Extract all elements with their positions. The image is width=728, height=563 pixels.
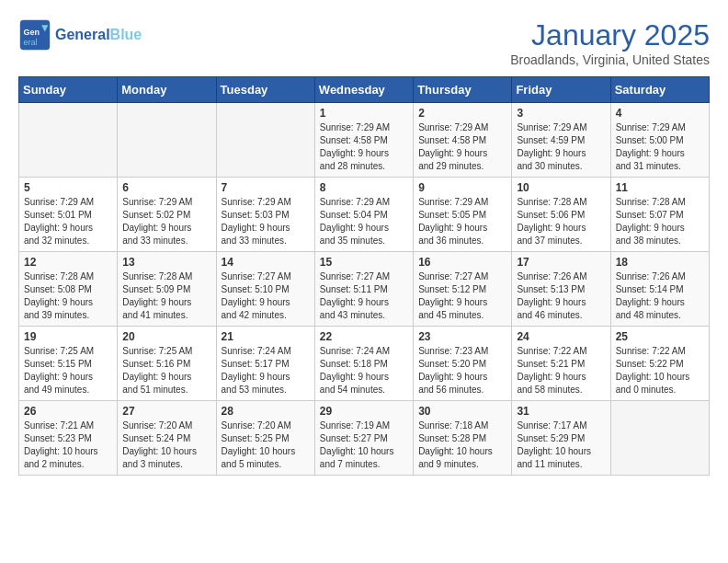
calendar-cell: 19Sunrise: 7:25 AM Sunset: 5:15 PM Dayli… [19, 327, 118, 401]
logo-text: GeneralBlue [55, 27, 142, 43]
day-number: 28 [222, 405, 310, 418]
day-number: 6 [122, 181, 210, 194]
calendar-cell: 1Sunrise: 7:29 AM Sunset: 4:58 PM Daylig… [314, 103, 413, 178]
page-header: Gen eral GeneralBlue January 2025 Broadl… [18, 18, 710, 67]
day-info: Sunrise: 7:24 AM Sunset: 5:17 PM Dayligh… [222, 345, 310, 396]
day-info: Sunrise: 7:29 AM Sunset: 4:58 PM Dayligh… [320, 121, 408, 173]
day-info: Sunrise: 7:26 AM Sunset: 5:14 PM Dayligh… [616, 270, 704, 322]
day-number: 3 [517, 107, 605, 120]
calendar-cell: 4Sunrise: 7:29 AM Sunset: 5:00 PM Daylig… [610, 103, 709, 178]
day-info: Sunrise: 7:19 AM Sunset: 5:27 PM Dayligh… [320, 419, 408, 471]
day-number: 19 [24, 330, 112, 343]
calendar-cell [19, 103, 118, 178]
day-info: Sunrise: 7:29 AM Sunset: 4:59 PM Dayligh… [517, 121, 605, 173]
day-info: Sunrise: 7:22 AM Sunset: 5:21 PM Dayligh… [517, 345, 605, 396]
day-number: 29 [320, 405, 408, 418]
calendar-cell: 3Sunrise: 7:29 AM Sunset: 4:59 PM Daylig… [512, 103, 610, 178]
calendar-cell: 23Sunrise: 7:23 AM Sunset: 5:20 PM Dayli… [414, 327, 512, 401]
day-info: Sunrise: 7:29 AM Sunset: 5:01 PM Dayligh… [24, 196, 112, 247]
col-header-saturday: Saturday [610, 77, 709, 103]
day-info: Sunrise: 7:18 AM Sunset: 5:28 PM Dayligh… [418, 419, 506, 471]
day-info: Sunrise: 7:27 AM Sunset: 5:10 PM Dayligh… [222, 270, 310, 322]
day-info: Sunrise: 7:28 AM Sunset: 5:07 PM Dayligh… [616, 196, 704, 247]
day-info: Sunrise: 7:29 AM Sunset: 5:05 PM Dayligh… [418, 196, 506, 247]
calendar-cell: 21Sunrise: 7:24 AM Sunset: 5:17 PM Dayli… [216, 327, 314, 401]
day-number: 13 [122, 256, 210, 269]
day-number: 25 [616, 330, 704, 343]
day-info: Sunrise: 7:29 AM Sunset: 5:00 PM Dayligh… [616, 121, 704, 173]
day-number: 14 [222, 256, 310, 269]
calendar-cell: 24Sunrise: 7:22 AM Sunset: 5:21 PM Dayli… [512, 327, 610, 401]
day-number: 15 [320, 256, 408, 269]
day-info: Sunrise: 7:22 AM Sunset: 5:22 PM Dayligh… [616, 345, 704, 396]
calendar-cell: 18Sunrise: 7:26 AM Sunset: 5:14 PM Dayli… [610, 252, 709, 327]
day-info: Sunrise: 7:24 AM Sunset: 5:18 PM Dayligh… [320, 345, 408, 396]
calendar-cell: 8Sunrise: 7:29 AM Sunset: 5:04 PM Daylig… [314, 178, 413, 252]
calendar-cell: 17Sunrise: 7:26 AM Sunset: 5:13 PM Dayli… [512, 252, 610, 327]
day-info: Sunrise: 7:29 AM Sunset: 5:03 PM Dayligh… [222, 196, 310, 247]
calendar-cell: 16Sunrise: 7:27 AM Sunset: 5:12 PM Dayli… [414, 252, 512, 327]
calendar-cell [610, 401, 709, 476]
calendar-cell: 30Sunrise: 7:18 AM Sunset: 5:28 PM Dayli… [414, 401, 512, 476]
svg-text:Gen: Gen [23, 28, 40, 37]
day-info: Sunrise: 7:25 AM Sunset: 5:16 PM Dayligh… [122, 345, 210, 396]
calendar-cell: 20Sunrise: 7:25 AM Sunset: 5:16 PM Dayli… [118, 327, 216, 401]
day-number: 11 [616, 181, 704, 194]
day-info: Sunrise: 7:21 AM Sunset: 5:23 PM Dayligh… [24, 419, 112, 471]
calendar-cell: 29Sunrise: 7:19 AM Sunset: 5:27 PM Dayli… [314, 401, 413, 476]
day-number: 4 [616, 107, 704, 120]
day-info: Sunrise: 7:27 AM Sunset: 5:12 PM Dayligh… [418, 270, 506, 322]
calendar-cell: 2Sunrise: 7:29 AM Sunset: 4:58 PM Daylig… [414, 103, 512, 178]
calendar-cell: 28Sunrise: 7:20 AM Sunset: 5:25 PM Dayli… [216, 401, 314, 476]
calendar-cell: 10Sunrise: 7:28 AM Sunset: 5:06 PM Dayli… [512, 178, 610, 252]
col-header-tuesday: Tuesday [216, 77, 314, 103]
col-header-wednesday: Wednesday [314, 77, 413, 103]
day-number: 18 [616, 256, 704, 269]
col-header-thursday: Thursday [414, 77, 512, 103]
calendar-cell: 12Sunrise: 7:28 AM Sunset: 5:08 PM Dayli… [19, 252, 118, 327]
day-info: Sunrise: 7:17 AM Sunset: 5:29 PM Dayligh… [517, 419, 605, 471]
day-info: Sunrise: 7:27 AM Sunset: 5:11 PM Dayligh… [320, 270, 408, 322]
day-number: 12 [24, 256, 112, 269]
day-number: 26 [24, 405, 112, 418]
day-number: 27 [122, 405, 210, 418]
svg-text:eral: eral [23, 38, 37, 47]
day-number: 21 [222, 330, 310, 343]
day-number: 24 [517, 330, 605, 343]
calendar-cell: 27Sunrise: 7:20 AM Sunset: 5:24 PM Dayli… [118, 401, 216, 476]
calendar-cell: 9Sunrise: 7:29 AM Sunset: 5:05 PM Daylig… [414, 178, 512, 252]
calendar-cell: 14Sunrise: 7:27 AM Sunset: 5:10 PM Dayli… [216, 252, 314, 327]
day-number: 2 [418, 107, 506, 120]
day-info: Sunrise: 7:29 AM Sunset: 4:58 PM Dayligh… [418, 121, 506, 173]
calendar-cell: 6Sunrise: 7:29 AM Sunset: 5:02 PM Daylig… [118, 178, 216, 252]
col-header-sunday: Sunday [19, 77, 118, 103]
calendar-cell [118, 103, 216, 178]
calendar-cell [216, 103, 314, 178]
day-number: 5 [24, 181, 112, 194]
day-info: Sunrise: 7:25 AM Sunset: 5:15 PM Dayligh… [24, 345, 112, 396]
day-number: 22 [320, 330, 408, 343]
day-info: Sunrise: 7:28 AM Sunset: 5:08 PM Dayligh… [24, 270, 112, 322]
calendar-cell: 26Sunrise: 7:21 AM Sunset: 5:23 PM Dayli… [19, 401, 118, 476]
calendar-cell: 25Sunrise: 7:22 AM Sunset: 5:22 PM Dayli… [610, 327, 709, 401]
day-number: 9 [418, 181, 506, 194]
day-number: 17 [517, 256, 605, 269]
day-info: Sunrise: 7:28 AM Sunset: 5:06 PM Dayligh… [517, 196, 605, 247]
calendar-cell: 15Sunrise: 7:27 AM Sunset: 5:11 PM Dayli… [314, 252, 413, 327]
calendar-cell: 11Sunrise: 7:28 AM Sunset: 5:07 PM Dayli… [610, 178, 709, 252]
calendar-cell: 5Sunrise: 7:29 AM Sunset: 5:01 PM Daylig… [19, 178, 118, 252]
day-info: Sunrise: 7:29 AM Sunset: 5:02 PM Dayligh… [122, 196, 210, 247]
calendar-table: SundayMondayTuesdayWednesdayThursdayFrid… [18, 76, 710, 476]
day-info: Sunrise: 7:28 AM Sunset: 5:09 PM Dayligh… [122, 270, 210, 322]
day-info: Sunrise: 7:26 AM Sunset: 5:13 PM Dayligh… [517, 270, 605, 322]
day-number: 7 [222, 181, 310, 194]
day-info: Sunrise: 7:23 AM Sunset: 5:20 PM Dayligh… [418, 345, 506, 396]
day-number: 16 [418, 256, 506, 269]
day-info: Sunrise: 7:29 AM Sunset: 5:04 PM Dayligh… [320, 196, 408, 247]
logo-icon: Gen eral [18, 18, 51, 52]
day-info: Sunrise: 7:20 AM Sunset: 5:25 PM Dayligh… [222, 419, 310, 471]
day-number: 10 [517, 181, 605, 194]
day-number: 30 [418, 405, 506, 418]
day-number: 31 [517, 405, 605, 418]
location: Broadlands, Virginia, United States [510, 52, 710, 67]
